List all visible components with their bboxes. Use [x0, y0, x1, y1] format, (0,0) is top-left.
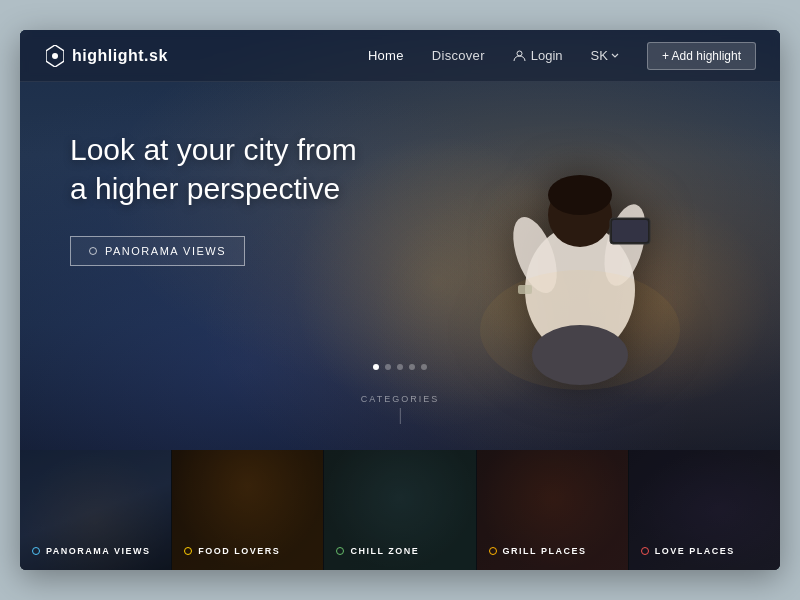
panorama-dot-icon: [89, 247, 97, 255]
hero-title: Look at your city from a higher perspect…: [70, 130, 357, 208]
svg-point-11: [517, 51, 522, 56]
category-label-panorama: PANORAMA VIEWS: [32, 546, 151, 556]
chevron-down-icon: [611, 53, 619, 58]
nav-login[interactable]: Login: [513, 48, 563, 63]
category-dot-food: [184, 547, 192, 555]
svg-rect-6: [612, 220, 648, 242]
category-dot-chill: [336, 547, 344, 555]
category-card-food[interactable]: FOOD LOVERS: [171, 450, 323, 570]
svg-point-4: [548, 175, 612, 215]
hero-cta-button[interactable]: PANORAMA VIEWS: [70, 236, 245, 266]
hero-carousel-dots: [373, 364, 427, 370]
category-name-grill: GRILL PLACES: [503, 546, 587, 556]
hero-section: highlight.sk Home Discover Login SK: [20, 30, 780, 450]
category-name-chill: CHILL ZONE: [350, 546, 419, 556]
dot-2[interactable]: [385, 364, 391, 370]
hero-person: [460, 70, 700, 390]
hero-content: Look at your city from a higher perspect…: [70, 130, 357, 266]
category-card-chill[interactable]: CHILL ZONE: [323, 450, 475, 570]
logo-text: highlight.sk: [72, 47, 168, 65]
category-name-food: FOOD LOVERS: [198, 546, 280, 556]
category-label-chill: CHILL ZONE: [336, 546, 419, 556]
category-card-grill[interactable]: GRILL PLACES: [476, 450, 628, 570]
category-dot-panorama: [32, 547, 40, 555]
login-label: Login: [531, 48, 563, 63]
svg-point-10: [52, 53, 58, 59]
category-card-love[interactable]: LOVE PLACES: [628, 450, 780, 570]
dot-4[interactable]: [409, 364, 415, 370]
navbar: highlight.sk Home Discover Login SK: [20, 30, 780, 82]
category-name-panorama: PANORAMA VIEWS: [46, 546, 151, 556]
browser-frame: highlight.sk Home Discover Login SK: [20, 30, 780, 570]
category-label-food: FOOD LOVERS: [184, 546, 280, 556]
add-highlight-button[interactable]: + Add highlight: [647, 42, 756, 70]
dot-5[interactable]: [421, 364, 427, 370]
user-icon: [513, 49, 526, 62]
categories-divider: CATEGORIES: [361, 394, 439, 424]
nav-discover[interactable]: Discover: [432, 48, 485, 63]
logo[interactable]: highlight.sk: [44, 45, 168, 67]
category-card-panorama[interactable]: PANORAMA VIEWS: [20, 450, 171, 570]
lang-label: SK: [591, 48, 608, 63]
nav-home[interactable]: Home: [368, 48, 404, 63]
hero-cta-label: PANORAMA VIEWS: [105, 245, 226, 257]
svg-point-9: [480, 270, 680, 390]
dot-3[interactable]: [397, 364, 403, 370]
nav-language[interactable]: SK: [591, 48, 619, 63]
categories-heading: CATEGORIES: [361, 394, 439, 404]
dot-1[interactable]: [373, 364, 379, 370]
categories-section: PANORAMA VIEWS FOOD LOVERS CHILL ZONE: [20, 450, 780, 570]
nav-links: Home Discover Login SK + Add highl: [368, 42, 756, 70]
categories-line: [400, 408, 401, 424]
add-highlight-label: + Add highlight: [662, 49, 741, 63]
category-name-love: LOVE PLACES: [655, 546, 735, 556]
category-dot-love: [641, 547, 649, 555]
category-label-grill: GRILL PLACES: [489, 546, 587, 556]
category-label-love: LOVE PLACES: [641, 546, 735, 556]
logo-icon: [44, 45, 66, 67]
category-dot-grill: [489, 547, 497, 555]
